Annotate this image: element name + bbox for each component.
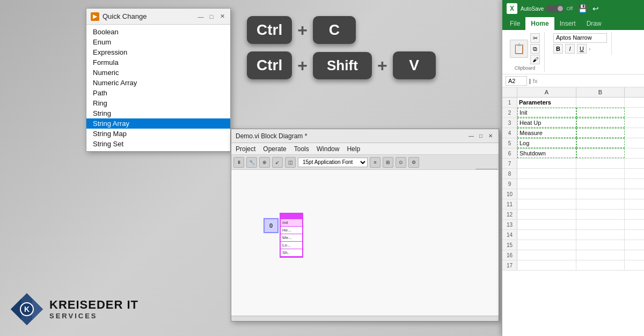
italic-button[interactable]: I xyxy=(565,44,575,54)
tb-btn-7[interactable]: ⊙ xyxy=(396,157,406,168)
fx-label: fx xyxy=(533,78,538,84)
tb-btn-5[interactable]: ≡ xyxy=(370,157,380,168)
labview-toolbar: ⏸ 🔧 ⊕ ↙ ◫ 15pt Application Font ≡ ⊞ ⊙ ⚙ xyxy=(231,155,499,170)
menu-project[interactable]: Project xyxy=(236,145,255,153)
company-name-line2: SERVICES xyxy=(49,312,138,320)
row-number: 1 xyxy=(502,98,517,107)
cell-b5[interactable] xyxy=(576,138,625,148)
list-item[interactable]: Ring xyxy=(86,98,230,108)
menu-window[interactable]: Window xyxy=(317,145,340,153)
list-item[interactable]: String Map xyxy=(86,129,230,139)
col-header-a[interactable]: A xyxy=(517,87,576,97)
formula-bar: A2 | fx xyxy=(502,74,644,87)
table-row: 1 Parameters xyxy=(502,98,644,108)
tb-btn-2[interactable]: ⊕ xyxy=(259,157,270,168)
list-item[interactable]: Enum xyxy=(86,37,230,47)
cell-a3[interactable]: Heat Up xyxy=(517,118,576,128)
clipboard-label: Clipboard xyxy=(515,65,536,71)
list-item[interactable]: Numeric Array xyxy=(86,78,230,88)
list-item[interactable]: Path xyxy=(86,88,230,98)
cell-b2[interactable] xyxy=(576,108,625,117)
lv-maximize-button[interactable]: □ xyxy=(477,132,485,140)
font-name-input[interactable]: Aptos Narrow xyxy=(553,33,607,43)
cell-reference[interactable]: A2 xyxy=(506,76,527,86)
table-row: 4 Measure xyxy=(502,128,644,138)
font-selector[interactable]: 15pt Application Font xyxy=(298,158,368,167)
list-item-string-array[interactable]: String Array xyxy=(86,118,230,129)
col-header-b[interactable]: B xyxy=(576,87,625,97)
cut-button[interactable]: ✂ xyxy=(530,33,540,43)
underline-button[interactable]: U xyxy=(577,44,587,54)
formula-bar-separator: | xyxy=(529,78,531,84)
shortcuts-display: Ctrl + C Ctrl + Shift + V xyxy=(247,16,462,87)
list-item[interactable]: String xyxy=(86,108,230,118)
tb-btn-3[interactable]: ↙ xyxy=(272,157,283,168)
plus-2: + xyxy=(297,56,308,76)
row-number: 2 xyxy=(502,108,517,117)
formula-input[interactable] xyxy=(539,78,641,84)
copy-button[interactable]: ⧉ xyxy=(530,44,540,54)
menu-help[interactable]: Help xyxy=(347,145,360,153)
tb-btn-8[interactable]: ⚙ xyxy=(408,157,419,168)
list-item[interactable]: Boolean xyxy=(86,27,230,37)
cell-a10[interactable] xyxy=(517,189,576,199)
company-name-line1: KREISEDER IT xyxy=(49,298,138,311)
autosave-toggle[interactable] xyxy=(546,5,564,12)
undo-icon[interactable]: ↩ xyxy=(592,4,599,13)
cell-b7[interactable] xyxy=(576,159,625,168)
autosave-label: AutoSave xyxy=(521,6,544,12)
autosave-state: Off xyxy=(566,6,573,11)
tb-btn-1[interactable]: 🔧 xyxy=(246,157,257,168)
shift-key: Shift xyxy=(313,52,372,79)
font-name-row: Aptos Narrow xyxy=(553,33,607,43)
cell-b3[interactable] xyxy=(576,118,625,128)
list-item[interactable]: Expression xyxy=(86,47,230,57)
table-row: 13 xyxy=(502,220,644,230)
c-key: C xyxy=(313,16,356,44)
table-row: 10 xyxy=(502,189,644,199)
tab-home[interactable]: Home xyxy=(525,17,554,30)
tab-insert[interactable]: Insert xyxy=(554,17,581,30)
pause-button[interactable]: ⏸ xyxy=(233,157,244,168)
cell-b4[interactable] xyxy=(576,128,625,138)
plus-3: + xyxy=(377,56,387,76)
cell-a6[interactable]: Shutdown xyxy=(517,148,576,158)
cell-a5[interactable]: Log xyxy=(517,138,576,148)
maximize-button[interactable]: □ xyxy=(208,13,215,20)
cell-b6[interactable] xyxy=(576,148,625,158)
tab-file[interactable]: File xyxy=(504,17,525,30)
row-number: 4 xyxy=(502,128,517,138)
cell-a1[interactable]: Parameters xyxy=(517,98,576,107)
labview-canvas[interactable]: 0 Init He... Me... Lo... Sh.. xyxy=(231,170,499,321)
cell-a8[interactable] xyxy=(517,169,576,178)
bold-button[interactable]: B xyxy=(553,44,563,54)
cell-a9[interactable] xyxy=(517,179,576,189)
tb-btn-4[interactable]: ◫ xyxy=(285,157,296,168)
paste-button[interactable]: 📋 xyxy=(510,40,528,58)
cell-a4[interactable]: Measure xyxy=(517,128,576,138)
cell-a7[interactable] xyxy=(517,159,576,168)
format-painter-button[interactable]: 🖌 xyxy=(530,55,540,64)
menu-operate[interactable]: Operate xyxy=(263,145,286,153)
save-icon[interactable]: 💾 xyxy=(578,4,587,13)
quick-change-titlebar: ▶ Quick Change — □ ✕ xyxy=(86,9,230,25)
table-row: 11 xyxy=(502,199,644,210)
minimize-button[interactable]: — xyxy=(197,13,204,20)
tb-btn-6[interactable]: ⊞ xyxy=(383,157,393,168)
tab-draw[interactable]: Draw xyxy=(581,17,607,30)
shortcut-row-2: Ctrl + Shift + V xyxy=(247,51,462,79)
close-button[interactable]: ✕ xyxy=(218,13,226,20)
lv-close-button[interactable]: ✕ xyxy=(487,132,494,140)
list-item[interactable]: String Set xyxy=(86,139,230,149)
array-row-measure: Me... xyxy=(281,234,302,242)
horizontal-scrollbar[interactable] xyxy=(231,316,499,321)
cell-b1[interactable] xyxy=(576,98,625,107)
ctrl-key-1: Ctrl xyxy=(247,16,292,44)
list-item[interactable]: Formula xyxy=(86,57,230,68)
labview-window: Demo.vi Block Diagram * — □ ✕ Project Op… xyxy=(231,129,499,322)
list-item[interactable]: Numeric xyxy=(86,68,230,78)
lv-minimize-button[interactable]: — xyxy=(467,132,475,140)
menu-tools[interactable]: Tools xyxy=(294,145,309,153)
excel-ribbon: 📋 ✂ ⧉ 🖌 Clipboard Aptos Narrow B I U xyxy=(502,30,644,74)
cell-a2[interactable]: Init xyxy=(517,108,576,117)
